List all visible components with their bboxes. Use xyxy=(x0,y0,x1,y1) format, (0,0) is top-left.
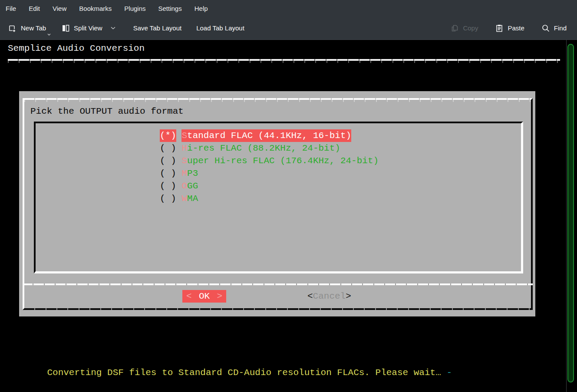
scrollbar-track[interactable] xyxy=(566,40,567,392)
save-tab-layout-button[interactable]: Save Tab Layout xyxy=(132,20,183,37)
ok-label: OK xyxy=(199,290,210,303)
ok-left-bracket: < xyxy=(186,290,192,303)
toolbar: New Tab Split View Save Tab Layout Load … xyxy=(0,16,577,40)
menu-settings[interactable]: Settings xyxy=(158,5,182,12)
radio-option-standard-flac[interactable]: (*)Standard FLAC (44.1KHz, 16-bit) xyxy=(160,129,379,142)
copy-label: Copy xyxy=(463,24,478,32)
radio-label: WMA xyxy=(181,192,198,205)
radiolist-dialog: Pick the OUTPUT audio format (*)Standard… xyxy=(19,91,535,316)
menu-file[interactable]: File xyxy=(6,5,16,12)
radio-state: ( ) xyxy=(160,167,176,180)
copy-icon xyxy=(450,23,459,33)
radio-option-wma[interactable]: ( )WMA xyxy=(160,192,379,205)
menubar: File Edit View Bookmarks Plugins Setting… xyxy=(0,0,577,16)
cancel-button[interactable]: < Cancel > xyxy=(307,290,351,303)
save-tab-layout-label: Save Tab Layout xyxy=(133,24,181,32)
dialog-button-row: < OK > < Cancel > xyxy=(19,290,535,303)
button-separator-line xyxy=(23,283,533,285)
new-tab-label: New Tab xyxy=(21,24,46,32)
status-message: Converting DSF files to Standard CD-Audi… xyxy=(47,368,446,378)
radio-label: Hi-res FLAC (88.2KHz, 24-bit) xyxy=(181,142,340,155)
split-view-label: Split View xyxy=(74,24,102,32)
radio-label: Standard FLAC (44.1KHz, 16-bit) xyxy=(181,129,351,142)
terminal-view[interactable]: Semplice Audio Conversion Pick the OUTPU… xyxy=(0,40,577,392)
cancel-left-bracket: < xyxy=(307,290,313,303)
radio-label: MP3 xyxy=(181,167,198,180)
find-button[interactable]: Find xyxy=(539,20,568,37)
status-line: Converting DSF files to Standard CD-Audi… xyxy=(25,354,452,392)
split-view-button[interactable]: Split View xyxy=(59,20,118,37)
dialog-title: Pick the OUTPUT audio format xyxy=(30,105,184,118)
menu-edit[interactable]: Edit xyxy=(29,5,40,12)
ok-right-bracket: > xyxy=(217,290,222,303)
new-tab-icon xyxy=(8,23,17,33)
radio-state: ( ) xyxy=(160,192,176,205)
chevron-down-icon[interactable] xyxy=(47,33,51,36)
load-tab-layout-button[interactable]: Load Tab Layout xyxy=(195,20,246,37)
new-tab-button[interactable]: New Tab xyxy=(6,20,48,37)
radio-option-mp3[interactable]: ( )MP3 xyxy=(160,167,379,180)
menu-view[interactable]: View xyxy=(53,5,66,12)
find-label: Find xyxy=(554,24,567,32)
cancel-right-bracket: > xyxy=(346,290,351,303)
chevron-down-icon[interactable] xyxy=(110,26,116,30)
dialog-backtitle: Semplice Audio Conversion xyxy=(8,42,145,55)
radio-option-hires-flac[interactable]: ( )Hi-res FLAC (88.2KHz, 24-bit) xyxy=(160,142,379,155)
copy-button[interactable]: Copy xyxy=(448,20,480,37)
paste-label: Paste xyxy=(508,24,524,32)
dialog-border-bottom-gaps xyxy=(24,308,531,310)
menu-help[interactable]: Help xyxy=(195,5,208,12)
radio-option-ogg[interactable]: ( )OGG xyxy=(160,180,379,192)
split-view-icon xyxy=(61,23,70,33)
toolbar-right-group: Copy Paste Find xyxy=(448,20,577,37)
ok-button[interactable]: < OK > xyxy=(182,290,226,303)
radio-state: ( ) xyxy=(160,180,176,192)
radio-state: (*) xyxy=(160,129,176,142)
menu-plugins[interactable]: Plugins xyxy=(124,5,145,12)
paste-button[interactable]: Paste xyxy=(493,20,526,37)
radio-state: ( ) xyxy=(160,155,176,167)
paste-icon xyxy=(495,23,504,33)
scrollbar-thumb[interactable] xyxy=(567,44,574,382)
backtitle-separator-ticks xyxy=(8,61,560,63)
radio-label: Super Hi-res FLAC (176.4KHz, 24-bit) xyxy=(181,155,379,167)
dialog-border-top-ticks xyxy=(24,100,531,102)
spinner-character: - xyxy=(446,368,452,378)
radio-rows: (*)Standard FLAC (44.1KHz, 16-bit) ( )Hi… xyxy=(160,129,379,205)
search-icon xyxy=(541,23,551,33)
load-tab-layout-label: Load Tab Layout xyxy=(196,24,244,32)
radio-label: OGG xyxy=(181,180,198,192)
cancel-label: Cancel xyxy=(313,290,346,303)
radio-option-super-hires-flac[interactable]: ( )Super Hi-res FLAC (176.4KHz, 24-bit) xyxy=(160,155,379,167)
radio-list: (*)Standard FLAC (44.1KHz, 16-bit) ( )Hi… xyxy=(34,122,523,273)
menu-bookmarks[interactable]: Bookmarks xyxy=(79,5,112,12)
radio-state: ( ) xyxy=(160,142,176,155)
